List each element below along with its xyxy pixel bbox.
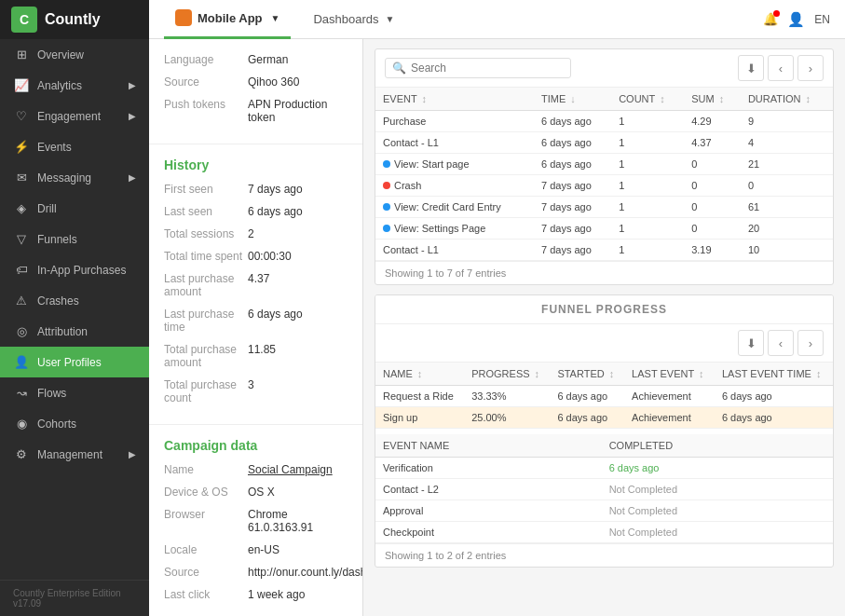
event-sum: 0: [684, 197, 741, 218]
right-panel: 🔍 ⬇ ‹ › EVENT ↕TIME ↓COUNT ↕SUM ↕DURATIO…: [363, 39, 845, 616]
sidebar-item-attribution[interactable]: ◎ Attribution: [0, 316, 149, 347]
notification-dot: [773, 10, 780, 17]
dashboards-tab[interactable]: Dashboards ▼: [302, 0, 405, 39]
history-row: Last purchase amount 4.37: [164, 267, 348, 303]
events-search-input[interactable]: [411, 62, 564, 75]
events-col-time[interactable]: TIME ↓: [534, 88, 611, 111]
info-value: 6 days ago: [248, 205, 303, 218]
funnel-prev-btn[interactable]: ‹: [768, 330, 794, 356]
sidebar-item-analytics[interactable]: 📈 Analytics ▶: [0, 70, 149, 101]
sidebar-item-events[interactable]: ⚡ Events: [0, 131, 149, 162]
event-duration: 4: [741, 132, 833, 154]
sidebar-item-overview[interactable]: ⊞ Overview: [0, 39, 149, 70]
sub-completed: 6 days ago: [602, 458, 833, 479]
sort-arrow: ↕: [660, 93, 665, 104]
sort-arrow: ↕: [535, 368, 540, 379]
search-icon: 🔍: [392, 62, 406, 75]
events-col-sum[interactable]: SUM ↕: [684, 88, 741, 111]
app-tab-chevron: ▼: [271, 13, 280, 23]
sort-arrow: ↕: [417, 368, 423, 379]
info-value: 4.37: [248, 272, 269, 285]
funnel-sub-table: EVENT NAMECOMPLETED Verification 6 days …: [375, 434, 833, 543]
event-name: Purchase: [375, 111, 534, 132]
info-label: First seen: [164, 183, 248, 196]
events-search-box[interactable]: 🔍: [385, 58, 571, 78]
sidebar-item-label: Flows: [37, 387, 66, 400]
funnel-title: FUNNEL PROGRESS: [375, 295, 833, 324]
info-value: OS X: [248, 486, 275, 499]
sidebar-item-icon: 🏷: [13, 263, 30, 277]
events-col-event[interactable]: EVENT ↕: [375, 88, 534, 111]
sidebar-item-drill[interactable]: ◈ Drill: [0, 193, 149, 224]
campaign-link[interactable]: Social Campaign: [248, 463, 333, 476]
event-sum: 3.19: [684, 240, 741, 261]
event-name: Contact - L1: [375, 132, 534, 154]
funnel-next-btn[interactable]: ›: [797, 330, 824, 356]
sidebar-item-management[interactable]: ⚙ Management ▶: [0, 439, 149, 470]
info-value: http://onur.count.ly/dashboard: [248, 566, 363, 579]
event-duration: 20: [741, 218, 833, 240]
funnel-col-name[interactable]: NAME ↕: [375, 363, 464, 386]
info-label: Browser: [164, 508, 248, 521]
sidebar-item-cohorts[interactable]: ◉ Cohorts: [0, 408, 149, 439]
device-info-section: Language GermanSource Qihoo 360Push toke…: [149, 48, 362, 138]
sidebar-item-messaging[interactable]: ✉ Messaging ▶: [0, 162, 149, 193]
funnel-card: FUNNEL PROGRESS ⬇ ‹ › NAME ↕PROGRESS ↕ST…: [375, 294, 834, 568]
sidebar-item-label: Management: [37, 448, 102, 461]
sidebar-item-icon: 👤: [13, 355, 30, 369]
funnel-last-event-time: 6 days ago: [715, 407, 833, 429]
info-label: Total sessions: [164, 227, 248, 240]
funnel-last-event-time: 6 days ago: [715, 386, 833, 407]
event-time: 6 days ago: [534, 132, 611, 154]
sidebar-item-crashes[interactable]: ⚠ Crashes: [0, 285, 149, 316]
sidebar-item-arrow: ▶: [129, 80, 136, 90]
sidebar-item-flows[interactable]: ↝ Flows: [0, 377, 149, 408]
sidebar-item-user-profiles[interactable]: 👤 User Profiles: [0, 347, 149, 377]
sub-completed: Not Completed: [602, 500, 833, 522]
funnel-sub-col: EVENT NAME: [375, 434, 602, 458]
user-icon[interactable]: 👤: [787, 11, 805, 28]
sidebar-item-icon: ⚡: [13, 140, 30, 154]
sidebar-item-engagement[interactable]: ♡ Engagement ▶: [0, 101, 149, 131]
next-btn[interactable]: ›: [797, 55, 824, 81]
list-item: Contact - L2 Not Completed: [375, 479, 833, 500]
event-count: 1: [611, 132, 684, 154]
funnel-col-started[interactable]: STARTED ↕: [550, 363, 624, 386]
sidebar-item-label: Cohorts: [37, 418, 76, 431]
event-count: 1: [611, 240, 684, 261]
funnel-col-progress[interactable]: PROGRESS ↕: [464, 363, 550, 386]
funnel-sub-tbody: Verification 6 days ago Contact - L2 Not…: [375, 458, 833, 543]
events-col-count[interactable]: COUNT ↕: [611, 88, 684, 111]
info-label: Device & OS: [164, 486, 248, 499]
sidebar-item-funnels[interactable]: ▽ Funnels: [0, 224, 149, 254]
prev-btn[interactable]: ‹: [768, 55, 794, 81]
info-label: Source: [164, 566, 248, 579]
sub-event-name: Approval: [375, 500, 602, 522]
history-row: Total time spent 00:00:30: [164, 245, 348, 267]
sidebar-item-label: Overview: [37, 48, 84, 62]
funnel-download-btn[interactable]: ⬇: [738, 330, 764, 356]
app-tab[interactable]: Mobile App ▼: [164, 0, 291, 39]
info-value: Qihoo 360: [248, 75, 299, 89]
event-name: Crash: [375, 175, 534, 197]
sidebar-item-in-app-purchases[interactable]: 🏷 In-App Purchases: [0, 254, 149, 285]
sidebar-item-label: Crashes: [37, 294, 79, 308]
info-value: APN Production token: [248, 98, 348, 124]
sidebar-item-label: In-App Purchases: [37, 264, 126, 277]
events-tbody: Purchase 6 days ago 1 4.29 9 Contact - L…: [375, 111, 833, 261]
info-value: Social Campaign: [248, 463, 333, 476]
campaign-row: Name Social Campaign: [164, 459, 348, 481]
funnel-name: Sign up: [375, 407, 464, 429]
notification-bell[interactable]: 🔔: [763, 12, 778, 26]
funnel-col-last-event-time[interactable]: LAST EVENT TIME ↕: [715, 363, 833, 386]
sort-arrow: ↕: [422, 93, 428, 104]
sort-arrow: ↕: [816, 368, 822, 379]
info-value: en-US: [248, 543, 279, 556]
events-col-duration[interactable]: DURATION ↕: [741, 88, 833, 111]
event-sum: 0: [684, 175, 741, 197]
event-time: 6 days ago: [534, 111, 611, 132]
events-toolbar: 🔍 ⬇ ‹ ›: [375, 49, 833, 88]
event-duration: 0: [741, 175, 833, 197]
download-btn[interactable]: ⬇: [738, 55, 764, 81]
funnel-col-last-event[interactable]: LAST EVENT ↕: [624, 363, 715, 386]
